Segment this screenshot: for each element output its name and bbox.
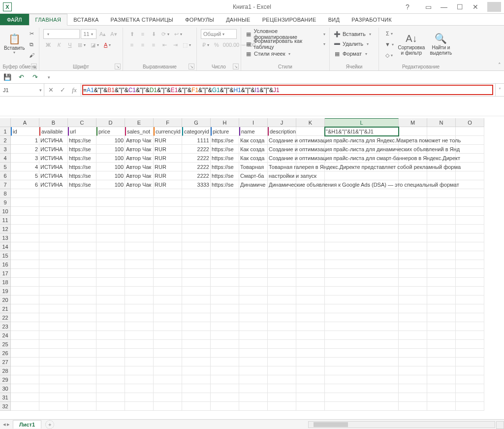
cell-K20[interactable]: [296, 296, 325, 304]
cell-C17[interactable]: [68, 269, 96, 278]
italic-button[interactable]: К: [54, 40, 64, 50]
cell-J23[interactable]: [268, 322, 296, 331]
cell-G19[interactable]: [182, 287, 211, 296]
font-size-dropdown[interactable]: 11: [81, 29, 96, 39]
cell-C18[interactable]: [68, 278, 96, 287]
fill-color-button[interactable]: ◪: [89, 40, 101, 50]
cell-D25[interactable]: [96, 340, 125, 349]
col-header-H[interactable]: H: [211, 118, 239, 127]
cell-I32[interactable]: [239, 402, 268, 411]
cell-E32[interactable]: [125, 402, 154, 411]
cell-H3[interactable]: https://se: [211, 145, 239, 154]
cell-E30[interactable]: [125, 384, 154, 393]
autosum-button[interactable]: Σ: [383, 29, 396, 38]
delete-cells-button[interactable]: ➖Удалить: [334, 39, 375, 48]
font-launcher-icon[interactable]: ↘: [115, 64, 121, 69]
cell-B18[interactable]: [39, 278, 68, 287]
cell-D31[interactable]: [96, 393, 125, 402]
cell-G1[interactable]: categoryid: [182, 127, 211, 136]
format-painter-button[interactable]: 🖌: [27, 50, 36, 60]
underline-button[interactable]: Ч: [65, 40, 75, 50]
cell-J8[interactable]: [268, 189, 296, 198]
col-header-J[interactable]: J: [268, 118, 296, 127]
cell-J17[interactable]: [268, 269, 296, 278]
currency-icon[interactable]: ₽: [201, 40, 211, 50]
cell-A28[interactable]: [11, 366, 39, 375]
cell-G26[interactable]: [182, 349, 211, 358]
cell-K10[interactable]: [296, 207, 325, 216]
cell-A21[interactable]: [11, 304, 39, 313]
row-header-13[interactable]: 13: [0, 233, 11, 242]
cell-A8[interactable]: [11, 189, 39, 198]
cell-N21[interactable]: [427, 304, 456, 313]
row-header-21[interactable]: 21: [0, 304, 11, 313]
cell-H19[interactable]: [211, 287, 239, 296]
cell-J1[interactable]: description: [268, 127, 296, 136]
cell-M32[interactable]: [399, 402, 427, 411]
cell-K27[interactable]: [296, 358, 325, 366]
cell-K24[interactable]: [296, 331, 325, 340]
cell-C2[interactable]: https://se: [68, 136, 96, 145]
tab-0[interactable]: ГЛАВНАЯ: [29, 14, 68, 26]
cell-G27[interactable]: [182, 358, 211, 366]
cell-J5[interactable]: Товарная галерея в Яндекс.Директе предст…: [268, 163, 296, 171]
cell-E28[interactable]: [125, 366, 154, 375]
cell-F7[interactable]: RUR: [154, 180, 182, 189]
cell-L25[interactable]: [325, 340, 399, 349]
cell-O17[interactable]: [456, 269, 484, 278]
cell-E20[interactable]: [125, 296, 154, 304]
cell-D8[interactable]: [96, 189, 125, 198]
cell-M14[interactable]: [399, 242, 427, 251]
bold-button[interactable]: Ж: [43, 40, 53, 50]
cell-F25[interactable]: [154, 340, 182, 349]
cell-N17[interactable]: [427, 269, 456, 278]
cell-G8[interactable]: [182, 189, 211, 198]
cell-C21[interactable]: [68, 304, 96, 313]
cell-M24[interactable]: [399, 331, 427, 340]
cell-A4[interactable]: 3: [11, 154, 39, 163]
cell-A11[interactable]: [11, 216, 39, 225]
cell-H29[interactable]: [211, 375, 239, 384]
cell-G3[interactable]: 2222: [182, 145, 211, 154]
cell-F14[interactable]: [154, 242, 182, 251]
cell-F31[interactable]: [154, 393, 182, 402]
cell-G14[interactable]: [182, 242, 211, 251]
merge-button[interactable]: ⬚: [181, 40, 192, 50]
cell-I24[interactable]: [239, 331, 268, 340]
cell-F21[interactable]: [154, 304, 182, 313]
cell-B22[interactable]: [39, 313, 68, 322]
cell-N29[interactable]: [427, 375, 456, 384]
col-header-A[interactable]: A: [11, 118, 39, 127]
cell-H7[interactable]: https://se: [211, 180, 239, 189]
cell-M20[interactable]: [399, 296, 427, 304]
cell-K23[interactable]: [296, 322, 325, 331]
clear-button[interactable]: ◇: [383, 50, 396, 60]
col-header-M[interactable]: M: [399, 118, 427, 127]
cell-B19[interactable]: [39, 287, 68, 296]
cell-L23[interactable]: [325, 322, 399, 331]
cell-A1[interactable]: id: [11, 127, 39, 136]
cell-E21[interactable]: [125, 304, 154, 313]
number-launcher-icon[interactable]: ↘: [233, 64, 239, 69]
align-bottom-icon[interactable]: ⬇: [149, 29, 158, 39]
cell-H20[interactable]: [211, 296, 239, 304]
col-header-B[interactable]: B: [39, 118, 68, 127]
qat-customize-icon[interactable]: ▾: [44, 73, 53, 82]
cell-L22[interactable]: [325, 313, 399, 322]
col-header-K[interactable]: K: [296, 118, 325, 127]
cell-J10[interactable]: [268, 207, 296, 216]
row-header-4[interactable]: 4: [0, 154, 11, 163]
cell-E14[interactable]: [125, 242, 154, 251]
cell-C26[interactable]: [68, 349, 96, 358]
row-header-16[interactable]: 16: [0, 260, 11, 269]
cell-N30[interactable]: [427, 384, 456, 393]
cell-E19[interactable]: [125, 287, 154, 296]
cell-I2[interactable]: Как созда: [239, 136, 268, 145]
row-header-28[interactable]: 28: [0, 366, 11, 375]
cell-H2[interactable]: https://se: [211, 136, 239, 145]
cell-M29[interactable]: [399, 375, 427, 384]
row-header-17[interactable]: 17: [0, 269, 11, 278]
col-header-N[interactable]: N: [427, 118, 456, 127]
fill-button[interactable]: ▼: [383, 39, 396, 49]
cell-B27[interactable]: [39, 358, 68, 366]
